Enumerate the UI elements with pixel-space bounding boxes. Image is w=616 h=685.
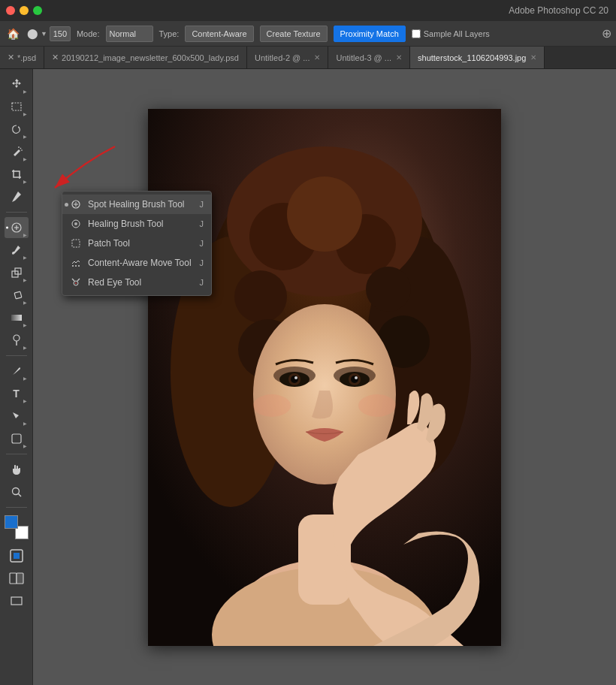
tool-healing-brush[interactable]: ▶: [5, 217, 29, 238]
svg-point-58: [75, 265, 77, 267]
tool-type[interactable]: T ▶: [5, 383, 29, 404]
svg-rect-18: [10, 573, 17, 584]
home-icon[interactable]: 🏠: [5, 26, 21, 42]
tool-marquee[interactable]: ▶: [5, 96, 29, 117]
tool-lasso[interactable]: ▶: [5, 119, 29, 140]
tool-shape[interactable]: ▶: [5, 428, 29, 449]
flyout-item-shortcut: J: [200, 239, 204, 248]
svg-point-11: [14, 335, 20, 341]
tool-gradient[interactable]: ▶: [5, 307, 29, 328]
tab-untitled2[interactable]: Untitled-2 @ ... ✕: [247, 47, 329, 68]
tool-quick-mask[interactable]: [5, 568, 29, 589]
red-eye-icon: [70, 276, 82, 288]
tool-eyedropper[interactable]: [5, 186, 29, 207]
brush-down-icon[interactable]: ▼: [41, 30, 47, 38]
foreground-color-swatch[interactable]: [5, 515, 18, 529]
flyout-arrow: ▶: [23, 300, 27, 305]
tool-move[interactable]: ▶: [5, 74, 29, 95]
svg-point-44: [291, 376, 298, 383]
separator: [6, 507, 27, 508]
create-texture-button[interactable]: Create Texture: [260, 26, 328, 42]
flyout-arrow: ▶: [23, 89, 27, 94]
tab-newsletter[interactable]: ✕ 20190212_image_newsletter_600x500_lady…: [44, 47, 247, 68]
flyout-item-red-eye[interactable]: Red Eye Tool J: [62, 273, 211, 292]
type-icon-label: T: [13, 388, 20, 400]
svg-rect-56: [72, 240, 80, 247]
svg-rect-9: [14, 291, 22, 299]
maximize-button[interactable]: [33, 6, 42, 15]
flyout-item-shortcut: J: [200, 258, 204, 267]
flyout-item-content-aware-move[interactable]: Content-Aware Move Tool J: [62, 253, 211, 273]
flyout-item-label: Healing Brush Tool: [88, 219, 194, 229]
flyout-item-spot-healing[interactable]: Spot Healing Brush Tool J: [62, 195, 211, 214]
svg-point-45: [351, 376, 358, 383]
tool-hand[interactable]: [5, 459, 29, 480]
tab-close-icon[interactable]: ✕: [314, 53, 320, 62]
brush-size-group: ⬤ ▼ 150: [27, 26, 71, 41]
minimize-button[interactable]: [20, 6, 29, 15]
tab-psd[interactable]: ✕ *.psd: [0, 47, 44, 68]
sample-all-layers-label: Sample All Layers: [424, 29, 490, 38]
tool-eraser[interactable]: ▶: [5, 285, 29, 306]
tab-label: 20190212_image_newsletter_600x500_lady.p…: [62, 53, 239, 62]
tab-shutterstock[interactable]: shutterstock_1106204993.jpg ✕: [410, 47, 545, 68]
tool-dodge[interactable]: ▶: [5, 330, 29, 351]
color-swatch-group[interactable]: [5, 515, 29, 539]
flyout-arrow: ▶: [23, 398, 27, 403]
content-aware-button[interactable]: Content-Aware: [185, 26, 253, 42]
svg-point-34: [366, 267, 411, 312]
svg-point-55: [74, 222, 77, 225]
tool-brush[interactable]: ▶: [5, 240, 29, 261]
flyout-item-shortcut: J: [200, 278, 204, 287]
svg-rect-10: [11, 315, 22, 321]
svg-point-63: [75, 282, 77, 284]
svg-point-33: [234, 270, 287, 323]
svg-point-49: [358, 394, 396, 417]
flyout-arrow: ▶: [23, 376, 27, 381]
tool-screen-mode[interactable]: [5, 590, 29, 611]
flyout-menu: Spot Healing Brush Tool J Healing Brush …: [62, 191, 212, 296]
brush-size-display[interactable]: 150: [50, 26, 71, 41]
target-icon[interactable]: ⊕: [602, 26, 611, 41]
tool-crop[interactable]: ▶: [5, 164, 29, 185]
tool-clone-stamp[interactable]: ▶: [5, 262, 29, 283]
svg-point-47: [355, 376, 358, 379]
tool-pen[interactable]: ▶: [5, 361, 29, 382]
tool-zoom[interactable]: [5, 481, 29, 502]
tool-frame[interactable]: [5, 545, 29, 566]
mode-select[interactable]: Normal Replace Luminosity: [106, 26, 153, 42]
flyout-arrow: ▶: [23, 421, 27, 426]
svg-point-59: [78, 265, 80, 267]
toolbar: ▶ ▶ ▶ ▶ ▶ ▶ ▶: [0, 69, 33, 685]
proximity-match-button[interactable]: Proximity Match: [334, 26, 406, 42]
flyout-arrow: ▶: [23, 277, 27, 282]
tab-label: shutterstock_1106204993.jpg: [418, 53, 526, 62]
flyout-arrow: ▶: [23, 443, 27, 448]
flyout-arrow: ▶: [23, 322, 27, 327]
options-bar: 🏠 ⬤ ▼ 150 Mode: Normal Replace Luminosit…: [0, 21, 616, 47]
tool-magic-wand[interactable]: ▶: [5, 141, 29, 162]
tool-path-selection[interactable]: ▶: [5, 406, 29, 427]
tab-untitled3[interactable]: Untitled-3 @ ... ✕: [328, 47, 410, 68]
flyout-item-patch-tool[interactable]: Patch Tool J: [62, 234, 211, 253]
svg-rect-19: [17, 573, 23, 584]
spot-heal-icon: [70, 198, 82, 210]
close-button[interactable]: [6, 6, 15, 15]
separator: [6, 454, 27, 454]
separator: [6, 355, 27, 356]
flyout-item-label: Content-Aware Move Tool: [88, 258, 194, 268]
svg-rect-0: [12, 103, 21, 110]
flyout-item-healing-brush[interactable]: Healing Brush Tool J: [62, 214, 211, 234]
flyout-item-shortcut: J: [200, 200, 204, 209]
patch-icon: [70, 237, 82, 249]
canvas-area[interactable]: Spot Healing Brush Tool J Healing Brush …: [33, 69, 616, 685]
svg-rect-13: [12, 434, 21, 443]
tab-close-icon[interactable]: ✕: [530, 53, 536, 62]
svg-point-48: [253, 394, 291, 417]
flyout-arrow: ▶: [23, 255, 27, 260]
sample-all-layers-checkbox[interactable]: [412, 29, 421, 38]
tab-close-icon[interactable]: ✕: [396, 53, 402, 62]
separator: [6, 212, 27, 213]
heal-icon: [70, 218, 82, 230]
svg-line-15: [18, 494, 21, 497]
